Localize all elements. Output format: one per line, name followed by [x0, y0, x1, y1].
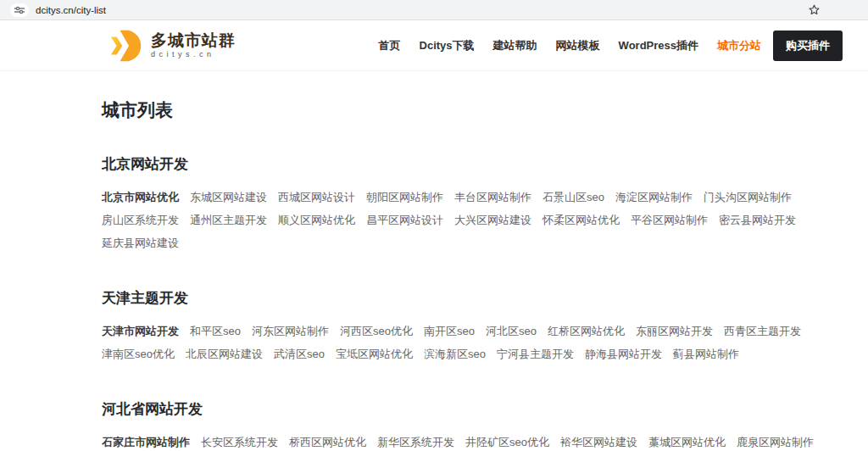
site-logo[interactable]: 多城市站群 dcitys.cn — [108, 28, 236, 64]
page-title: 城市列表 — [102, 98, 831, 122]
nav-item-site-templates[interactable]: 网站模板 — [556, 38, 600, 53]
district-link[interactable]: 密云县网站开发 — [719, 213, 796, 228]
district-link[interactable]: 怀柔区网站优化 — [542, 213, 620, 228]
district-link[interactable]: 房山区系统开发 — [102, 213, 179, 228]
district-link[interactable]: 桥西区网站优化 — [289, 435, 366, 450]
district-link[interactable]: 宁河县主题开发 — [497, 347, 574, 362]
district-link[interactable]: 新华区系统开发 — [377, 435, 454, 450]
district-link[interactable]: 河北区seo — [486, 324, 537, 339]
district-link[interactable]: 井陉矿区seo优化 — [465, 435, 549, 450]
city-link[interactable]: 石家庄市网站制作 — [102, 435, 190, 450]
district-link[interactable]: 鹿泉区网站制作 — [737, 435, 814, 450]
main-content: 城市列表 北京网站开发北京市网站优化东城区网站建设西城区网站设计朝阳区网站制作丰… — [0, 71, 868, 451]
logo-title: 多城市站群 — [151, 32, 236, 48]
district-link[interactable]: 武清区seo — [274, 347, 325, 362]
district-link[interactable]: 通州区主题开发 — [190, 213, 267, 228]
city-block: 北京市网站优化东城区网站建设西城区网站设计朝阳区网站制作丰台区网站制作石景山区s… — [102, 182, 831, 263]
district-link[interactable]: 河东区网站制作 — [252, 324, 329, 339]
district-link[interactable]: 东丽区网站开发 — [636, 324, 713, 339]
district-link[interactable]: 静海县网站开发 — [585, 347, 662, 362]
district-link[interactable]: 红桥区网站优化 — [548, 324, 625, 339]
nav-item-city-sites[interactable]: 城市分站 — [717, 38, 761, 53]
province-section: 北京网站开发北京市网站优化东城区网站建设西城区网站设计朝阳区网站制作丰台区网站制… — [102, 141, 831, 263]
search-tune-icon[interactable] — [10, 3, 29, 17]
district-link[interactable]: 昌平区网站设计 — [366, 213, 443, 228]
city-link[interactable]: 北京市网站优化 — [102, 190, 179, 205]
tune-icon — [14, 6, 25, 14]
district-link[interactable]: 海淀区网站制作 — [615, 190, 693, 205]
district-link[interactable]: 西城区网站设计 — [278, 190, 355, 205]
bookmark-star-icon[interactable] — [808, 3, 821, 16]
province-heading: 天津主题开发 — [102, 275, 831, 316]
nav-item-wordpress-plugin[interactable]: WordPress插件 — [619, 38, 698, 53]
district-link[interactable]: 东城区网站建设 — [190, 190, 267, 205]
district-link[interactable]: 丰台区网站制作 — [454, 190, 531, 205]
nav-item-build-help[interactable]: 建站帮助 — [493, 38, 537, 53]
district-link[interactable]: 门头沟区网站制作 — [704, 190, 792, 205]
city-sections: 北京网站开发北京市网站优化东城区网站建设西城区网站设计朝阳区网站制作丰台区网站制… — [102, 141, 831, 451]
district-link[interactable]: 和平区seo — [190, 324, 241, 339]
logo-arrows-icon — [108, 28, 144, 64]
district-link[interactable]: 石景山区seo — [542, 190, 604, 205]
district-link[interactable]: 长安区系统开发 — [201, 435, 278, 450]
main-nav: 首页Dcitys下载建站帮助网站模板WordPress插件城市分站 — [379, 38, 761, 53]
district-link[interactable]: 滨海新区seo — [424, 347, 486, 362]
city-link[interactable]: 天津市网站开发 — [102, 324, 179, 339]
district-link[interactable]: 平谷区网站制作 — [631, 213, 708, 228]
city-block: 天津市网站开发和平区seo河东区网站制作河西区seo优化南开区seo河北区seo… — [102, 316, 831, 374]
nav-item-home[interactable]: 首页 — [379, 38, 401, 53]
district-link[interactable]: 裕华区网站建设 — [560, 435, 637, 450]
url-text[interactable]: dcitys.cn/city-list — [36, 5, 808, 15]
district-link[interactable]: 南开区seo — [424, 324, 475, 339]
site-header: 多城市站群 dcitys.cn 首页Dcitys下载建站帮助网站模板WordPr… — [0, 20, 868, 71]
province-section: 天津主题开发天津市网站开发和平区seo河东区网站制作河西区seo优化南开区seo… — [102, 275, 831, 374]
district-link[interactable]: 北辰区网站建设 — [186, 347, 263, 362]
district-link[interactable]: 宝坻区网站优化 — [336, 347, 413, 362]
buy-plugin-button[interactable]: 购买插件 — [773, 31, 843, 61]
province-section: 河北省网站开发石家庄市网站制作长安区系统开发桥西区网站优化新华区系统开发井陉矿区… — [102, 386, 831, 451]
district-link[interactable]: 西青区主题开发 — [724, 324, 801, 339]
nav-item-dcitys-download[interactable]: Dcitys下载 — [420, 38, 475, 53]
district-link[interactable]: 朝阳区网站制作 — [366, 190, 443, 205]
browser-url-bar: dcitys.cn/city-list — [0, 0, 868, 20]
city-block: 石家庄市网站制作长安区系统开发桥西区网站优化新华区系统开发井陉矿区seo优化裕华… — [102, 427, 831, 451]
district-link[interactable]: 顺义区网站优化 — [278, 213, 355, 228]
district-link[interactable]: 河西区seo优化 — [340, 324, 413, 339]
province-heading: 河北省网站开发 — [102, 386, 831, 427]
district-link[interactable]: 延庆县网站建设 — [102, 236, 179, 251]
logo-subtitle: dcitys.cn — [151, 51, 236, 58]
district-link[interactable]: 大兴区网站建设 — [454, 213, 531, 228]
province-heading: 北京网站开发 — [102, 141, 831, 182]
district-link[interactable]: 藁城区网站优化 — [648, 435, 726, 450]
district-link[interactable]: 蓟县网站制作 — [673, 347, 739, 362]
district-link[interactable]: 津南区seo优化 — [102, 347, 175, 362]
